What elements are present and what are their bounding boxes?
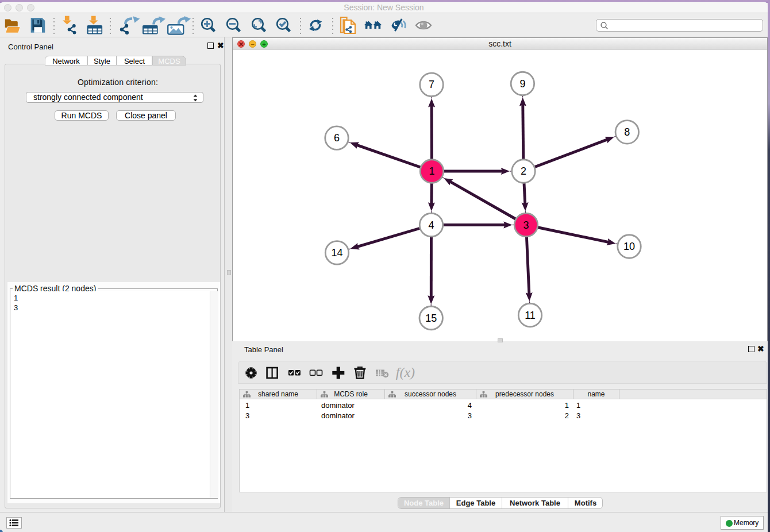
svg-text:3: 3 [523, 219, 529, 231]
svg-text:9: 9 [519, 78, 525, 90]
svg-text:15: 15 [425, 313, 437, 324]
svg-text:1: 1 [429, 165, 434, 177]
svg-text:10: 10 [623, 241, 635, 252]
svg-text:6: 6 [334, 132, 340, 144]
svg-text:f(x): f(x) [396, 365, 415, 380]
svg-text:2: 2 [521, 165, 526, 177]
svg-text:7: 7 [429, 79, 434, 90]
svg-text:11: 11 [525, 310, 536, 321]
svg-text:8: 8 [624, 126, 630, 138]
svg-text:4: 4 [428, 219, 434, 231]
svg-text:14: 14 [331, 247, 342, 259]
